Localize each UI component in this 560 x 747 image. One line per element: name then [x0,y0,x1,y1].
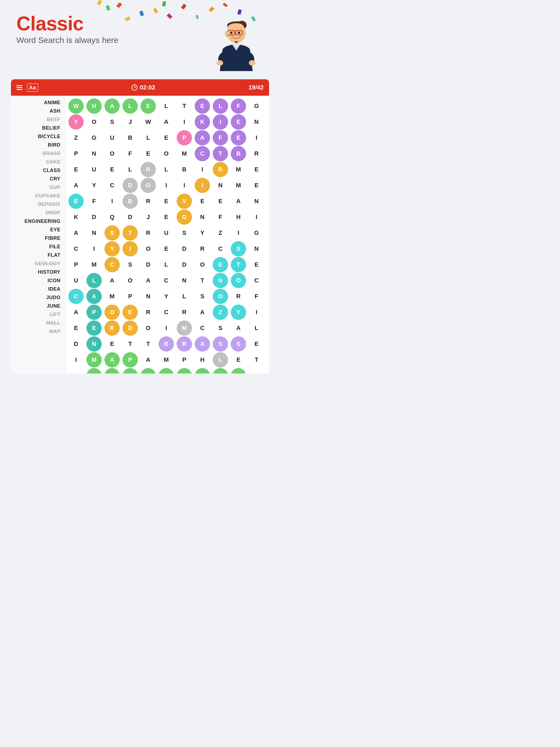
grid-cell[interactable]: I [177,178,192,193]
grid-cell[interactable]: I [104,194,120,209]
grid-cell[interactable]: T [141,336,156,352]
grid-cell[interactable]: A [68,368,84,374]
grid-cell[interactable]: A [195,305,210,320]
grid-cell[interactable]: P [68,257,84,272]
grid-cell[interactable]: Z [213,225,228,241]
grid-cell[interactable]: W [141,114,156,130]
grid-cell[interactable]: T [177,98,192,114]
grid-cell[interactable]: A [68,305,84,320]
grid-cell[interactable]: A [86,289,102,304]
grid-cell[interactable]: L [123,162,138,177]
grid-cell[interactable]: R [249,146,264,161]
grid-cell[interactable]: P [123,289,138,304]
grid-cell[interactable]: E [104,162,120,177]
grid-cell[interactable]: R [86,368,102,374]
grid-cell[interactable]: B [159,336,174,352]
grid-cell[interactable]: J [123,114,138,130]
grid-cell[interactable]: C [159,305,174,320]
grid-cell[interactable]: M [177,146,192,161]
grid-cell[interactable]: E [68,320,84,336]
grid-cell[interactable]: N [249,194,264,209]
grid-cell[interactable]: G [249,98,264,114]
grid-cell[interactable]: N [213,273,228,288]
grid-cell[interactable]: I [213,114,228,130]
grid-cell[interactable]: O [213,289,228,304]
grid-cell[interactable]: A [68,178,84,193]
grid-cell[interactable]: E [86,320,102,336]
grid-cell[interactable]: O [141,178,156,193]
grid-cell[interactable]: F [86,194,102,209]
grid-cell[interactable]: M [86,352,102,367]
grid-cell[interactable]: N [249,114,264,130]
grid-cell[interactable]: E [249,257,264,272]
grid-cell[interactable]: D [123,209,138,225]
grid-cell[interactable]: I [177,368,192,374]
grid-cell[interactable]: E [195,194,210,209]
grid-cell[interactable]: A [141,368,156,374]
grid-cell[interactable]: D [249,368,264,374]
grid-cell[interactable]: P [177,130,192,146]
grid-cell[interactable]: C [213,241,228,256]
grid-cell[interactable]: F [231,98,246,114]
grid-cell[interactable]: E [231,130,246,146]
grid-cell[interactable]: A [141,352,156,367]
grid-cell[interactable]: E [231,114,246,130]
grid-cell[interactable]: O [141,320,156,336]
grid-cell[interactable]: E [141,146,156,161]
grid-cell[interactable]: B [177,162,192,177]
grid-cell[interactable]: O [195,257,210,272]
grid-cell[interactable]: Y [104,241,120,256]
grid-cell[interactable]: O [231,273,246,288]
grid-cell[interactable]: L [213,98,228,114]
grid-cell[interactable]: R [141,305,156,320]
grid-cell[interactable]: O [123,273,138,288]
grid-cell[interactable]: A [68,225,84,241]
grid-cell[interactable]: E [159,194,174,209]
grid-cell[interactable]: S [104,114,120,130]
grid-cell[interactable]: B [123,194,138,209]
grid-cell[interactable]: A [159,114,174,130]
grid-cell[interactable]: T [123,336,138,352]
grid-cell[interactable]: A [231,320,246,336]
grid-cell[interactable]: H [86,98,102,114]
grid-cell[interactable]: E [159,209,174,225]
grid-cell[interactable]: E [249,162,264,177]
grid-cell[interactable]: P [86,305,102,320]
grid-cell[interactable]: N [213,368,228,374]
grid-cell[interactable]: C [68,289,84,304]
grid-cell[interactable]: D [68,336,84,352]
grid-cell[interactable]: K [195,114,210,130]
grid-cell[interactable]: W [68,98,84,114]
grid-cell[interactable]: L [231,368,246,374]
grid-cell[interactable]: E [231,352,246,367]
grid-cell[interactable]: M [104,289,120,304]
grid-cell[interactable]: I [177,114,192,130]
grid-cell[interactable]: P [123,352,138,367]
grid-cell[interactable]: A [231,194,246,209]
grid-cell[interactable]: J [141,209,156,225]
grid-cell[interactable]: B [123,130,138,146]
grid-cell[interactable]: S [213,336,228,352]
grid-cell[interactable]: R [231,289,246,304]
grid-cell[interactable]: S [213,320,228,336]
grid-cell[interactable]: N [141,289,156,304]
grid-cell[interactable]: F [123,146,138,161]
grid-cell[interactable]: A [195,130,210,146]
grid-cell[interactable]: E [159,241,174,256]
grid-cell[interactable]: O [86,114,102,130]
grid-cell[interactable]: P [177,352,192,367]
grid-cell[interactable]: F [213,209,228,225]
grid-cell[interactable]: L [159,98,174,114]
grid-cell[interactable]: R [141,194,156,209]
grid-cell[interactable]: A [195,368,210,374]
grid-cell[interactable]: I [195,162,210,177]
grid-cell[interactable]: N [86,146,102,161]
grid-cell[interactable]: E [123,305,138,320]
grid-cell[interactable]: I [159,320,174,336]
grid-cell[interactable]: L [249,320,264,336]
grid-cell[interactable]: M [231,162,246,177]
grid-cell[interactable]: R [104,320,120,336]
grid-cell[interactable]: O [104,368,120,374]
grid-cell[interactable]: V [177,194,192,209]
grid-cell[interactable]: B [231,146,246,161]
